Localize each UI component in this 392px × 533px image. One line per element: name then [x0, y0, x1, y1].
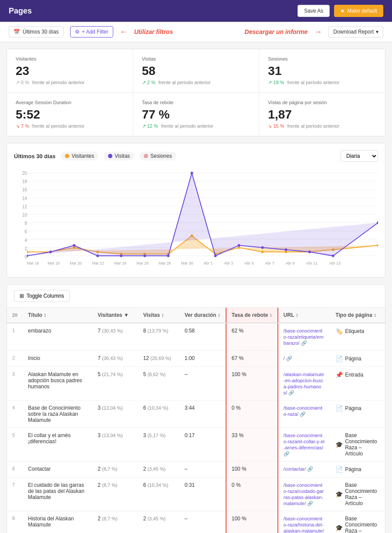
svg-text:Mar 30: Mar 30: [181, 261, 193, 265]
row-visitors: 7 (30,43 %): [92, 323, 138, 351]
row-visitors: 2 (8,7 %): [92, 462, 138, 478]
title-link[interactable]: El collar y el arnés ¡diferencias!: [28, 432, 71, 445]
col-header-url[interactable]: URL ↕: [278, 308, 330, 323]
svg-text:Mar 26: Mar 26: [137, 261, 149, 265]
row-visits: 6 (10,34 %): [138, 401, 179, 428]
stat-page-views-value: 1,87: [268, 108, 376, 122]
row-duration: –: [179, 511, 226, 533]
add-filter-button[interactable]: ⚙ + Add Filter: [70, 26, 113, 37]
row-visitors: 5 (21,74 %): [92, 367, 138, 401]
svg-text:Mar 16: Mar 16: [27, 261, 39, 265]
y-label-16: 16: [14, 187, 27, 192]
chart-header: Últimos 30 días Visitantes Visitas Sesio…: [14, 150, 378, 162]
svg-point-31: [96, 255, 99, 257]
row-url: /contactar/ 🔗: [278, 462, 330, 478]
col-header-visitors[interactable]: Visitantes ▼: [92, 308, 138, 323]
row-duration: 1:00: [179, 351, 226, 367]
row-url: /base-conocimiento-raza/el-collar-y-el-a…: [278, 428, 330, 462]
svg-point-29: [49, 251, 52, 253]
y-label-8: 8: [14, 221, 27, 226]
row-visitors: 3 (13,04 %): [92, 401, 138, 428]
row-duration: 0:58: [179, 323, 226, 351]
chevron-down-icon: ▾: [376, 29, 378, 35]
toggle-columns-button[interactable]: ⊞ Toggle Columns: [14, 290, 70, 302]
title-link[interactable]: Contactar: [28, 466, 51, 472]
period-select[interactable]: Diaria Semanal Mensual: [341, 150, 378, 162]
download-report-button[interactable]: Download Report ▾: [328, 26, 383, 37]
svg-text:Mar 18: Mar 18: [47, 261, 60, 265]
save-as-button[interactable]: Save As: [297, 5, 330, 17]
row-duration: 0:31: [179, 478, 226, 511]
legend-visitas[interactable]: Visitas: [104, 152, 134, 160]
row-visits: 12 (20,69 %): [138, 351, 179, 367]
table-row: 1 embarazo 7 (30,43 %) 8 (13,79 %) 0:58 …: [7, 323, 385, 351]
stat-visitas: Visitas 58 ↗ 2 % frente al periodo anter…: [133, 49, 260, 92]
row-duration: 3:44: [179, 401, 226, 428]
row-title: Contactar: [23, 462, 92, 478]
row-duration: –: [179, 462, 226, 478]
svg-text:Abr 13: Abr 13: [329, 261, 341, 265]
y-label-0: 0: [14, 255, 27, 259]
stat-page-views-change: ↘ 15 % frente al periodo anterior: [268, 123, 376, 129]
svg-text:Mar 28: Mar 28: [159, 261, 171, 265]
row-duration: –: [179, 367, 226, 401]
date-range-filter[interactable]: 📅 Últimos 30 días: [9, 26, 64, 37]
stat-avg-session: Average Session Duration 5:52 ↘ 7 % fren…: [7, 93, 133, 136]
make-default-button[interactable]: ★ Make default: [334, 5, 383, 17]
legend-visitantes[interactable]: Visitantes: [61, 152, 98, 160]
row-url: / 🔗: [278, 351, 330, 367]
row-bounce: 62 %: [226, 323, 278, 351]
stat-bounce-change: ↗ 12 % frente al periodo anterior: [142, 123, 250, 129]
title-link[interactable]: Base de Conocimiento sobre la raza Alask…: [28, 405, 81, 423]
row-visitors: 3 (13,04 %): [92, 428, 138, 462]
svg-point-36: [214, 255, 217, 257]
y-label-18: 18: [14, 179, 27, 184]
table-section: ⊞ Toggle Columns 20 Título ↕ Visitantes …: [7, 284, 385, 533]
col-header-title[interactable]: Título ↕: [23, 308, 92, 323]
title-link[interactable]: Inicio: [28, 355, 40, 361]
title-link[interactable]: El cuidado de las garras de las patas de…: [28, 482, 84, 500]
legend-dot-visitas: [108, 154, 112, 158]
stat-avg-session-value: 5:52: [16, 108, 124, 122]
col-header-type[interactable]: Tipo de página ↕: [330, 308, 385, 323]
svg-point-37: [238, 244, 240, 247]
row-num: 4: [7, 401, 23, 428]
stats-row-2: Average Session Duration 5:52 ↘ 7 % fren…: [7, 93, 385, 136]
stat-visitas-value: 58: [142, 64, 250, 78]
sort-icon-url: ↕: [296, 312, 298, 318]
row-type: 🏷️Etiqueta: [330, 323, 385, 351]
legend-dot-visitantes: [65, 154, 69, 158]
col-header-duration[interactable]: Ver duración ↕: [179, 308, 226, 323]
row-title: embarazo: [23, 323, 92, 351]
row-title: Historia del Alaskan Malamute: [23, 511, 92, 533]
stat-visitas-change: ↗ 2 % frente al periodo anterior: [142, 80, 250, 85]
stat-visitantes: Visitantes 23 ↗ 0 % frente al periodo an…: [7, 49, 133, 92]
svg-point-39: [285, 248, 287, 251]
stat-visitas-label: Visitas: [142, 56, 250, 61]
svg-point-32: [120, 255, 122, 257]
svg-point-41: [332, 255, 335, 257]
row-title: El cuidado de las garras de las patas de…: [23, 478, 92, 511]
page-title: Pages: [9, 7, 32, 16]
row-type: 🎓Base Conocimiento Raza – Artículo: [330, 478, 385, 511]
col-header-visits[interactable]: Visitas ↕: [138, 308, 179, 323]
header: Pages Save As ★ Make default: [0, 0, 392, 22]
pages-table: 20 Título ↕ Visitantes ▼ Visitas ↕ Ver d…: [7, 308, 385, 533]
title-link[interactable]: embarazo: [28, 328, 51, 334]
row-visits: 2 (3,45 %): [138, 511, 179, 533]
row-title: Alaskan Malamute en adopción busca padre…: [23, 367, 92, 401]
filter-icon: ⚙: [75, 29, 80, 35]
row-bounce: 100 %: [226, 511, 278, 533]
row-visitors: 2 (8,7 %): [92, 511, 138, 533]
col-header-bounce[interactable]: Tasa de rebote ↕: [226, 308, 278, 323]
stat-sesiones-value: 31: [268, 64, 376, 78]
svg-point-28: [27, 255, 28, 257]
legend-sesiones[interactable]: Sesiones: [139, 152, 176, 160]
chart-plot-area: Mar 16 Mar 18 Mar 20 Mar 22 Mar 24 Mar 2…: [27, 169, 378, 270]
title-link[interactable]: Historia del Alaskan Malamute: [28, 516, 74, 528]
row-bounce: 100 %: [226, 462, 278, 478]
stat-page-views: Vistas de página por sesión 1,87 ↘ 15 % …: [259, 93, 385, 136]
title-link[interactable]: Alaskan Malamute en adopción busca padre…: [28, 371, 82, 390]
row-url: /base-conocimiento-raza/etiqueta/embaraz…: [278, 323, 330, 351]
svg-text:Mar 22: Mar 22: [92, 261, 104, 265]
